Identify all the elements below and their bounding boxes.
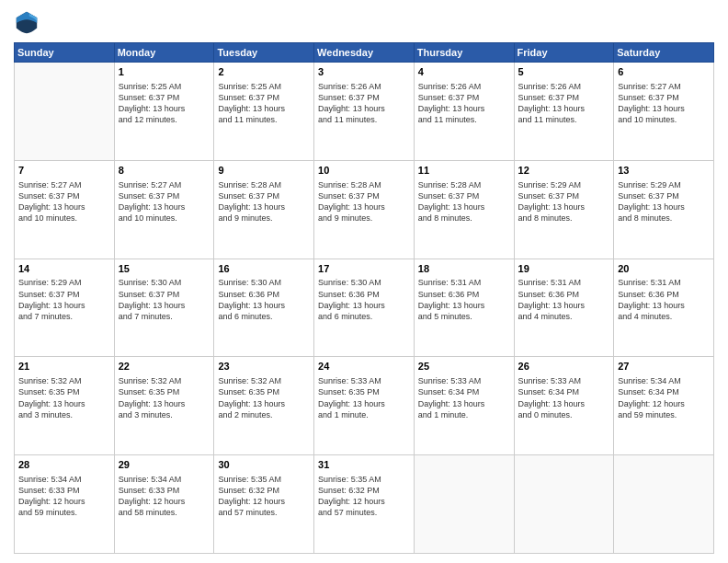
- day-number: 1: [119, 65, 210, 79]
- day-info: Sunrise: 5:26 AMSunset: 6:37 PMDaylight:…: [318, 81, 410, 126]
- calendar-cell: 21Sunrise: 5:32 AMSunset: 6:35 PMDayligh…: [15, 357, 115, 455]
- day-number: 15: [119, 262, 210, 276]
- calendar-cell: 9Sunrise: 5:28 AMSunset: 6:37 PMDaylight…: [214, 160, 314, 259]
- col-header-saturday: Saturday: [614, 43, 714, 63]
- day-info: Sunrise: 5:34 AMSunset: 6:33 PMDaylight:…: [119, 474, 210, 519]
- day-number: 23: [218, 360, 310, 373]
- header-row: SundayMondayTuesdayWednesdayThursdayFrid…: [15, 43, 714, 63]
- day-info: Sunrise: 5:27 AMSunset: 6:37 PMDaylight:…: [618, 81, 710, 126]
- header: [14, 9, 714, 35]
- day-number: 16: [218, 262, 310, 276]
- day-info: Sunrise: 5:26 AMSunset: 6:37 PMDaylight:…: [518, 81, 610, 126]
- day-info: Sunrise: 5:30 AMSunset: 6:36 PMDaylight:…: [318, 277, 410, 322]
- day-info: Sunrise: 5:34 AMSunset: 6:34 PMDaylight:…: [618, 375, 710, 420]
- calendar-cell: 24Sunrise: 5:33 AMSunset: 6:35 PMDayligh…: [314, 357, 415, 455]
- calendar-table: SundayMondayTuesdayWednesdayThursdayFrid…: [14, 42, 714, 554]
- day-info: Sunrise: 5:33 AMSunset: 6:35 PMDaylight:…: [318, 375, 410, 420]
- day-info: Sunrise: 5:35 AMSunset: 6:32 PMDaylight:…: [218, 474, 310, 519]
- day-info: Sunrise: 5:32 AMSunset: 6:35 PMDaylight:…: [218, 375, 310, 420]
- logo-icon: [14, 9, 40, 35]
- day-number: 6: [618, 65, 710, 79]
- week-row-2: 7Sunrise: 5:27 AMSunset: 6:37 PMDaylight…: [15, 160, 714, 259]
- day-info: Sunrise: 5:30 AMSunset: 6:37 PMDaylight:…: [119, 277, 210, 322]
- calendar-cell: [614, 455, 714, 554]
- day-info: Sunrise: 5:32 AMSunset: 6:35 PMDaylight:…: [119, 375, 210, 420]
- day-number: 9: [218, 164, 310, 178]
- calendar-cell: 22Sunrise: 5:32 AMSunset: 6:35 PMDayligh…: [114, 357, 214, 455]
- day-number: 19: [518, 262, 610, 276]
- calendar-body: 1Sunrise: 5:25 AMSunset: 6:37 PMDaylight…: [15, 63, 714, 554]
- day-number: 30: [218, 458, 310, 472]
- col-header-monday: Monday: [114, 43, 214, 63]
- day-number: 25: [418, 360, 510, 373]
- day-info: Sunrise: 5:29 AMSunset: 6:37 PMDaylight:…: [618, 179, 710, 224]
- day-info: Sunrise: 5:28 AMSunset: 6:37 PMDaylight:…: [218, 179, 310, 224]
- week-row-4: 21Sunrise: 5:32 AMSunset: 6:35 PMDayligh…: [15, 357, 714, 455]
- day-number: 21: [18, 360, 110, 373]
- calendar-cell: 14Sunrise: 5:29 AMSunset: 6:37 PMDayligh…: [15, 259, 115, 357]
- calendar-cell: 12Sunrise: 5:29 AMSunset: 6:37 PMDayligh…: [514, 160, 614, 259]
- calendar-cell: 10Sunrise: 5:28 AMSunset: 6:37 PMDayligh…: [314, 160, 415, 259]
- day-info: Sunrise: 5:25 AMSunset: 6:37 PMDaylight:…: [119, 81, 210, 126]
- calendar-cell: 7Sunrise: 5:27 AMSunset: 6:37 PMDaylight…: [15, 160, 115, 259]
- day-number: 27: [618, 360, 710, 373]
- page: SundayMondayTuesdayWednesdayThursdayFrid…: [0, 0, 728, 563]
- calendar-cell: [15, 63, 115, 161]
- calendar-cell: 11Sunrise: 5:28 AMSunset: 6:37 PMDayligh…: [414, 160, 514, 259]
- col-header-wednesday: Wednesday: [314, 43, 415, 63]
- day-number: 17: [318, 262, 410, 276]
- calendar-cell: [414, 455, 514, 554]
- calendar-cell: [514, 455, 614, 554]
- day-number: 31: [318, 458, 410, 472]
- day-number: 11: [418, 164, 510, 178]
- calendar-cell: 4Sunrise: 5:26 AMSunset: 6:37 PMDaylight…: [414, 63, 514, 161]
- day-info: Sunrise: 5:30 AMSunset: 6:36 PMDaylight:…: [218, 277, 310, 322]
- day-number: 26: [518, 360, 610, 373]
- calendar-cell: 3Sunrise: 5:26 AMSunset: 6:37 PMDaylight…: [314, 63, 415, 161]
- calendar-cell: 25Sunrise: 5:33 AMSunset: 6:34 PMDayligh…: [414, 357, 514, 455]
- calendar-cell: 19Sunrise: 5:31 AMSunset: 6:36 PMDayligh…: [514, 259, 614, 357]
- day-number: 28: [18, 458, 110, 472]
- day-info: Sunrise: 5:28 AMSunset: 6:37 PMDaylight:…: [418, 179, 510, 224]
- calendar-cell: 31Sunrise: 5:35 AMSunset: 6:32 PMDayligh…: [314, 455, 415, 554]
- logo: [14, 9, 43, 35]
- day-info: Sunrise: 5:29 AMSunset: 6:37 PMDaylight:…: [18, 277, 110, 322]
- col-header-tuesday: Tuesday: [214, 43, 314, 63]
- week-row-3: 14Sunrise: 5:29 AMSunset: 6:37 PMDayligh…: [15, 259, 714, 357]
- week-row-5: 28Sunrise: 5:34 AMSunset: 6:33 PMDayligh…: [15, 455, 714, 554]
- col-header-friday: Friday: [514, 43, 614, 63]
- calendar-cell: 29Sunrise: 5:34 AMSunset: 6:33 PMDayligh…: [114, 455, 214, 554]
- calendar-cell: 30Sunrise: 5:35 AMSunset: 6:32 PMDayligh…: [214, 455, 314, 554]
- day-info: Sunrise: 5:25 AMSunset: 6:37 PMDaylight:…: [218, 81, 310, 126]
- day-number: 2: [218, 65, 310, 79]
- day-info: Sunrise: 5:33 AMSunset: 6:34 PMDaylight:…: [518, 375, 610, 420]
- calendar-cell: 18Sunrise: 5:31 AMSunset: 6:36 PMDayligh…: [414, 259, 514, 357]
- day-info: Sunrise: 5:29 AMSunset: 6:37 PMDaylight:…: [518, 179, 610, 224]
- calendar-cell: 5Sunrise: 5:26 AMSunset: 6:37 PMDaylight…: [514, 63, 614, 161]
- calendar-cell: 13Sunrise: 5:29 AMSunset: 6:37 PMDayligh…: [614, 160, 714, 259]
- calendar-cell: 17Sunrise: 5:30 AMSunset: 6:36 PMDayligh…: [314, 259, 415, 357]
- day-number: 12: [518, 164, 610, 178]
- day-number: 10: [318, 164, 410, 178]
- day-number: 5: [518, 65, 610, 79]
- day-info: Sunrise: 5:35 AMSunset: 6:32 PMDaylight:…: [318, 474, 410, 519]
- day-number: 14: [18, 262, 110, 276]
- day-info: Sunrise: 5:28 AMSunset: 6:37 PMDaylight:…: [318, 179, 410, 224]
- day-number: 3: [318, 65, 410, 79]
- calendar-cell: 23Sunrise: 5:32 AMSunset: 6:35 PMDayligh…: [214, 357, 314, 455]
- calendar-cell: 20Sunrise: 5:31 AMSunset: 6:36 PMDayligh…: [614, 259, 714, 357]
- day-info: Sunrise: 5:26 AMSunset: 6:37 PMDaylight:…: [418, 81, 510, 126]
- day-info: Sunrise: 5:32 AMSunset: 6:35 PMDaylight:…: [18, 375, 110, 420]
- calendar-cell: 6Sunrise: 5:27 AMSunset: 6:37 PMDaylight…: [614, 63, 714, 161]
- calendar-cell: 1Sunrise: 5:25 AMSunset: 6:37 PMDaylight…: [114, 63, 214, 161]
- day-number: 13: [618, 164, 710, 178]
- day-number: 20: [618, 262, 710, 276]
- day-info: Sunrise: 5:31 AMSunset: 6:36 PMDaylight:…: [618, 277, 710, 322]
- day-number: 22: [119, 360, 210, 373]
- calendar-cell: 2Sunrise: 5:25 AMSunset: 6:37 PMDaylight…: [214, 63, 314, 161]
- day-info: Sunrise: 5:27 AMSunset: 6:37 PMDaylight:…: [119, 179, 210, 224]
- day-number: 8: [119, 164, 210, 178]
- day-number: 18: [418, 262, 510, 276]
- col-header-thursday: Thursday: [414, 43, 514, 63]
- day-info: Sunrise: 5:33 AMSunset: 6:34 PMDaylight:…: [418, 375, 510, 420]
